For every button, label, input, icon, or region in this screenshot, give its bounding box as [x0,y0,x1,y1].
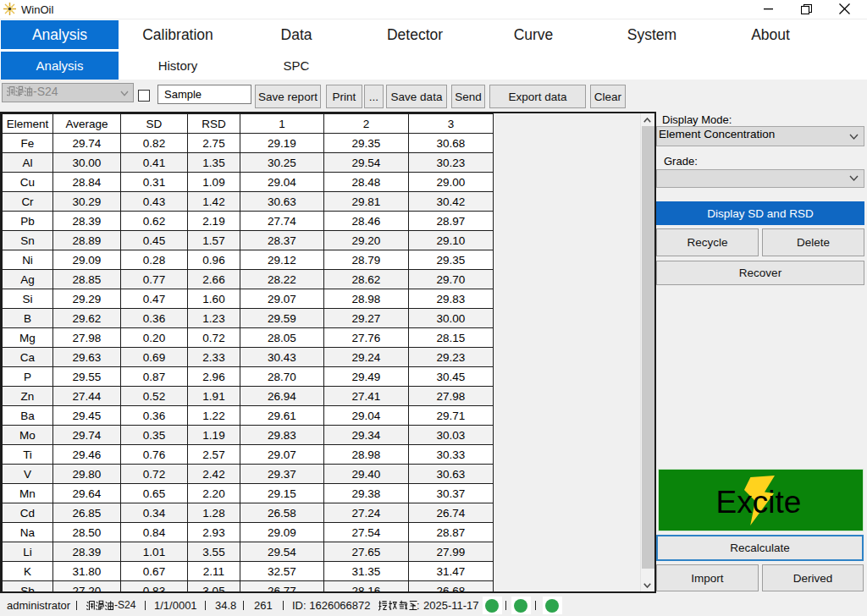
svg-text:-S24: -S24 [33,85,58,97]
